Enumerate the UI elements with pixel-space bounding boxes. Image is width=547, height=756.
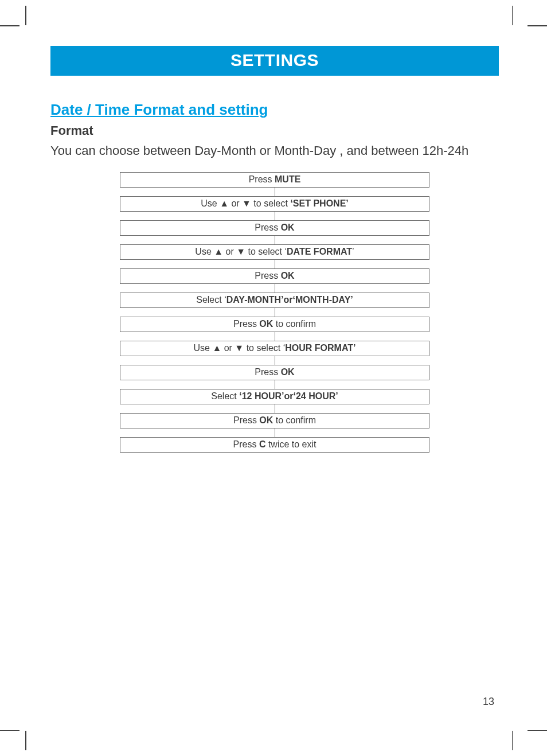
flow-connector <box>275 404 275 413</box>
step-text-pre: Use ▲ or ▼ to select ‘ <box>194 343 286 353</box>
step-text-pre: Use ▲ or ▼ to select <box>201 198 290 208</box>
crop-mark <box>512 731 513 750</box>
page-number: 13 <box>483 696 494 708</box>
crop-mark <box>528 730 547 731</box>
subsection-heading: Format <box>50 123 499 138</box>
step-text-pre: Press <box>233 415 259 425</box>
flow-connector <box>275 284 275 293</box>
step-text-post: ’ <box>352 247 354 256</box>
flow-connector <box>275 188 275 196</box>
flow-step: Press OK <box>120 365 429 380</box>
step-text-pre: Select ‘ <box>196 295 226 305</box>
page-title-banner: SETTINGS <box>50 46 499 76</box>
flow-step: Press OK <box>120 268 429 284</box>
step-text-bold: DAY-MONTH’or‘MONTH-DAY’ <box>226 295 353 305</box>
flow-connector <box>275 356 275 365</box>
step-text-bold: OK <box>281 367 295 377</box>
step-text-bold: OK <box>259 319 273 329</box>
step-text-bold: HOUR FORMAT’ <box>285 343 355 353</box>
step-text-pre: Select <box>211 391 239 401</box>
flow-connector <box>275 380 275 389</box>
step-text-pre: Use ▲ or ▼ to select ‘ <box>195 247 287 256</box>
step-text-bold: DATE FORMAT <box>287 247 352 256</box>
crop-mark <box>25 731 26 750</box>
step-text-bold: OK <box>281 223 295 232</box>
step-text-pre: Press <box>255 271 280 280</box>
crop-mark <box>25 6 26 25</box>
crop-mark <box>0 730 19 731</box>
step-text-post: to confirm <box>273 415 316 425</box>
page-content: SETTINGS Date / Time Format and setting … <box>50 46 499 453</box>
flow-step: Press MUTE <box>120 172 429 188</box>
flow-connector <box>275 428 275 437</box>
step-text-bold: ‘SET PHONE’ <box>290 198 348 208</box>
flow-step: Use ▲ or ▼ to select ‘HOUR FORMAT’ <box>120 341 429 356</box>
step-text-post: to confirm <box>273 319 316 329</box>
step-text-pre: Press <box>255 367 280 377</box>
flow-connector <box>275 236 275 244</box>
flow-step: Use ▲ or ▼ to select ‘SET PHONE’ <box>120 196 429 212</box>
section-title: Date / Time Format and setting <box>50 101 499 119</box>
step-text-pre: Press <box>249 174 275 184</box>
crop-mark <box>512 6 513 25</box>
step-text-bold: OK <box>259 415 273 425</box>
flow-connector <box>275 308 275 317</box>
flow-step: Press OK to confirm <box>120 413 429 428</box>
flow-step: Select ‘12 HOUR’or‘24 HOUR’ <box>120 389 429 404</box>
step-text-post: twice to exit <box>265 439 316 449</box>
step-text-pre: Press <box>233 439 259 449</box>
step-text-bold: OK <box>281 271 295 280</box>
crop-mark <box>528 25 547 26</box>
flow-connector <box>275 260 275 268</box>
step-text-pre: Press <box>233 319 259 329</box>
step-text-pre: Press <box>255 223 280 232</box>
flow-step: Press OK <box>120 220 429 236</box>
flow-step: Press OK to confirm <box>120 317 429 332</box>
flow-step: Press C twice to exit <box>120 437 429 453</box>
step-text-bold: ‘12 HOUR’or‘24 HOUR’ <box>239 391 338 401</box>
flow-connector <box>275 332 275 341</box>
step-text-bold: C <box>259 439 266 449</box>
flow-connector <box>275 212 275 220</box>
intro-text: You can choose between Day-Month or Mont… <box>50 143 499 159</box>
step-text-bold: MUTE <box>275 174 300 184</box>
flow-step: Use ▲ or ▼ to select ‘DATE FORMAT’ <box>120 244 429 260</box>
flow-step: Select ‘DAY-MONTH’or‘MONTH-DAY’ <box>120 293 429 308</box>
crop-mark <box>0 25 19 26</box>
flowchart: Press MUTEUse ▲ or ▼ to select ‘SET PHON… <box>120 172 429 453</box>
